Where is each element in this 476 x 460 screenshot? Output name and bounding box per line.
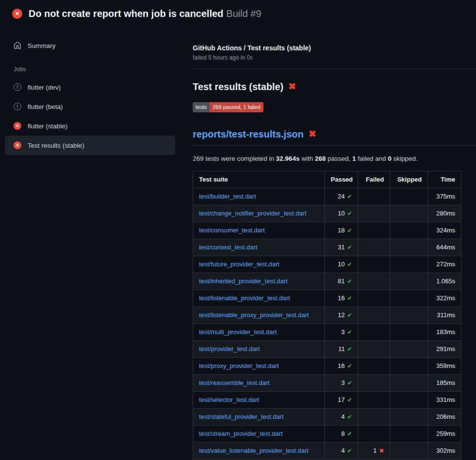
suite-cell: test/inherited_provider_test.dart <box>193 273 325 290</box>
passed-cell: 3✔ <box>325 375 358 392</box>
sidebar: Summary Jobs ! flutter (dev) ! flutter (… <box>0 28 181 155</box>
failed-cell <box>358 426 390 443</box>
passed-cell: 11✔ <box>325 341 358 358</box>
test-suite-link[interactable]: test/listenable_proxy_provider_test.dart <box>199 311 309 319</box>
summary-text: skipped. <box>392 155 418 162</box>
build-number: Build #9 <box>226 8 261 19</box>
check-icon: ✔ <box>347 363 352 369</box>
header-test-suite: Test suite <box>193 171 325 188</box>
failed-cell <box>358 273 390 290</box>
suite-cell: test/future_provider_test.dart <box>193 256 325 273</box>
sidebar-item-flutter-beta[interactable]: ! flutter (beta) <box>5 97 175 116</box>
passed-cell: 24✔ <box>325 188 358 205</box>
time-cell: 359ms <box>428 358 461 375</box>
check-icon: ✔ <box>347 447 352 454</box>
sidebar-item-flutter-stable[interactable]: ✕ flutter (stable) <box>5 116 175 136</box>
sidebar-item-label: Summary <box>28 42 56 49</box>
test-suite-link[interactable]: test/builder_test.dart <box>199 193 256 200</box>
suite-cell: test/provider_test.dart <box>193 341 325 358</box>
test-suite-link[interactable]: test/stateful_provider_test.dart <box>199 413 284 420</box>
run-title: Do not create report when job is cancell… <box>29 8 223 19</box>
summary-text: with <box>300 155 315 162</box>
skipped-cell <box>390 443 428 460</box>
skipped-cell <box>390 290 428 307</box>
passed-count: 81 <box>338 277 344 285</box>
passed-cell: 10✔ <box>325 256 358 273</box>
time-cell: 206ms <box>428 409 461 426</box>
test-suite-link[interactable]: test/context_test.dart <box>199 244 258 251</box>
sidebar-item-flutter-dev[interactable]: ! flutter (dev) <box>5 77 175 97</box>
skipped-cell <box>390 307 428 324</box>
skipped-cell <box>390 409 428 426</box>
table-row: test/stream_provider_test.dart8✔259ms <box>193 426 461 443</box>
failed-status-icon: ✕ <box>14 141 21 149</box>
failed-cell <box>358 392 390 409</box>
test-suite-link[interactable]: test/stream_provider_test.dart <box>199 430 283 437</box>
check-icon: ✔ <box>347 312 352 319</box>
sidebar-item-test-results-stable[interactable]: ✕ Test results (stable) <box>5 136 175 155</box>
passed-count: 4 <box>341 447 345 454</box>
check-icon: ✔ <box>347 430 352 437</box>
sidebar-item-summary[interactable]: Summary <box>5 36 175 55</box>
suite-cell: test/listenable_proxy_provider_test.dart <box>193 307 325 324</box>
check-title: Test results (stable) ✖ <box>193 80 476 93</box>
suite-cell: test/builder_test.dart <box>193 188 325 205</box>
failed-cell <box>358 290 390 307</box>
passed-count: 3 <box>341 379 345 386</box>
tests-badge: tests 268 passed, 1 failed <box>193 102 263 112</box>
table-row: test/listenable_proxy_provider_test.dart… <box>193 307 461 324</box>
passed-count: 16 <box>338 362 344 369</box>
summary-skipped: 0 <box>388 155 392 162</box>
suite-cell: test/multi_provider_test.dart <box>193 324 325 341</box>
passed-cell: 3✔ <box>325 324 358 341</box>
failed-status-icon: ✕ <box>14 122 21 130</box>
test-suite-link[interactable]: test/provider_test.dart <box>199 345 260 353</box>
time-cell: 331ms <box>428 392 461 409</box>
passed-count: 11 <box>338 345 345 353</box>
header-passed: Passed <box>325 171 358 188</box>
time-cell: 1.065s <box>428 273 461 290</box>
test-suite-link[interactable]: test/listenable_provider_test.dart <box>199 294 290 302</box>
skipped-cell <box>390 426 428 443</box>
check-icon: ✔ <box>347 397 352 403</box>
test-suite-link[interactable]: test/reassemble_test.dart <box>199 379 270 386</box>
passed-count: 4 <box>341 413 345 420</box>
test-suite-link[interactable]: test/value_listenable_provider_test.dart <box>199 447 308 454</box>
header-failed: Failed <box>358 171 390 188</box>
table-row: test/stateful_provider_test.dart4✔206ms <box>193 409 461 426</box>
passed-cell: 8✔ <box>325 426 358 443</box>
report-file-link[interactable]: reports/test-results.json <box>193 128 304 140</box>
test-results-table: Test suite Passed Failed Skipped Time te… <box>193 171 461 460</box>
passed-cell: 12✔ <box>325 307 358 324</box>
failed-status-icon: ✕ <box>12 9 22 19</box>
skipped-cell <box>390 256 428 273</box>
test-suite-link[interactable]: test/multi_provider_test.dart <box>199 328 276 336</box>
failed-count: 1 <box>373 447 377 454</box>
skipped-cell <box>390 324 428 341</box>
home-icon <box>14 42 21 49</box>
failed-cell <box>358 358 390 375</box>
suite-cell: test/context_test.dart <box>193 239 325 256</box>
skipped-cell <box>390 188 428 205</box>
failed-cell <box>358 341 390 358</box>
passed-count: 10 <box>338 210 344 217</box>
table-row: test/selector_test.dart17✔331ms <box>193 392 461 409</box>
test-suite-link[interactable]: test/proxy_provider_test.dart <box>199 362 279 369</box>
table-row: test/future_provider_test.dart10✔272ms <box>193 256 461 273</box>
time-cell: 311ms <box>428 307 461 324</box>
failed-cell <box>358 222 390 239</box>
test-suite-link[interactable]: test/future_provider_test.dart <box>199 261 279 268</box>
passed-cell: 16✔ <box>325 358 358 375</box>
skipped-cell <box>390 358 428 375</box>
test-suite-link[interactable]: test/inherited_provider_test.dart <box>199 277 288 285</box>
check-icon: ✔ <box>347 227 352 234</box>
test-suite-link[interactable]: test/selector_test.dart <box>199 396 259 403</box>
sidebar-item-label: Test results (stable) <box>28 142 84 149</box>
report-title: reports/test-results.json ✖ <box>193 128 476 146</box>
test-suite-link[interactable]: test/consumer_test.dart <box>199 227 265 234</box>
summary-text: passed, <box>326 155 353 162</box>
skipped-cell <box>390 392 428 409</box>
test-suite-link[interactable]: test/change_notifier_provider_test.dart <box>199 210 307 217</box>
x-icon: ✖ <box>379 447 384 454</box>
sidebar-item-label: flutter (stable) <box>28 123 68 130</box>
